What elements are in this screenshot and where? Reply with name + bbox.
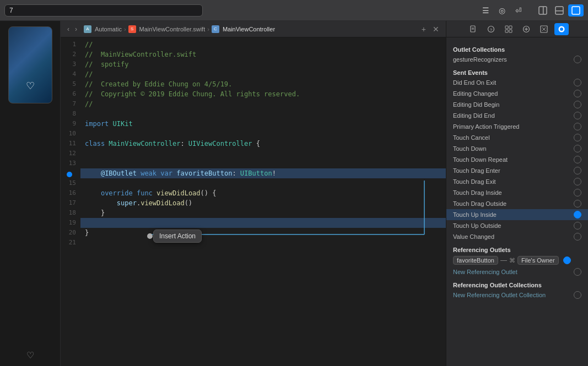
touch-drag-enter-circle[interactable] — [574, 167, 581, 174]
code-line-15 — [80, 178, 446, 188]
touch-up-inside-circle[interactable] — [574, 211, 581, 218]
code-line-8 — [80, 109, 446, 119]
editing-did-begin-label: Editing Did Begin — [453, 101, 574, 108]
tab-close-btn[interactable]: ✕ — [430, 24, 441, 35]
ln-5: 5 — [61, 79, 80, 89]
svg-rect-14 — [505, 30, 508, 32]
tab-back-btn[interactable]: ‹ — [65, 24, 72, 34]
outlet-collections-header: Outlet Collections — [446, 44, 588, 54]
svg-rect-13 — [509, 26, 512, 29]
new-referencing-outlet-row: New Referencing Outlet — [446, 266, 588, 277]
rpanel-help-btn[interactable]: ? — [484, 23, 498, 35]
heart-icon: ♡ — [26, 80, 35, 92]
editing-did-begin-circle[interactable] — [574, 101, 581, 108]
outlet-chip: favoriteButton — [453, 256, 498, 265]
touch-down-repeat-label: Touch Down Repeat — [453, 156, 574, 163]
ln-12: 12 — [61, 149, 80, 159]
search-input[interactable] — [4, 4, 203, 17]
touch-down-circle[interactable] — [574, 145, 581, 152]
right-panel-toolbar: ? — [446, 21, 588, 37]
main-area: ♡ ♡ ‹ › A Automatic › S MainViewControll… — [0, 21, 588, 366]
touch-drag-inside-label: Touch Drag Inside — [453, 189, 574, 196]
touch-down-repeat-circle[interactable] — [574, 156, 581, 163]
return-btn[interactable]: ⏎ — [511, 4, 526, 17]
primary-action-circle[interactable] — [574, 123, 581, 130]
rpanel-connections-btn[interactable] — [537, 23, 551, 35]
ln-11: 11 — [61, 139, 80, 149]
did-end-on-exit-label: Did End On Exit — [453, 79, 574, 86]
touch-up-inside-row: Touch Up Inside — [446, 209, 588, 220]
layout3-btn[interactable] — [568, 4, 584, 17]
ln-13: 13 — [61, 159, 80, 168]
breadcrumb-class[interactable]: MainViewController — [223, 26, 275, 32]
referencing-outlets-header: Referencing Outlets — [446, 244, 588, 254]
layout1-btn[interactable] — [535, 4, 551, 17]
did-end-on-exit-row: Did End On Exit — [446, 77, 588, 88]
layout2-btn[interactable] — [552, 4, 567, 17]
rpanel-file-btn[interactable] — [466, 23, 481, 35]
code-line-21 — [80, 238, 446, 248]
tab-add-btn[interactable]: + — [419, 24, 428, 35]
code-line-2: // MainViewController.swift — [80, 50, 446, 59]
ln-9: 9 — [61, 119, 80, 129]
editing-changed-circle[interactable] — [574, 90, 581, 97]
gesture-recognizers-row: gestureRecognizers — [446, 54, 588, 65]
ln-10: 10 — [61, 129, 80, 139]
new-referencing-outlet-collection-row: New Referencing Outlet Collection — [446, 289, 588, 301]
editing-changed-row: Editing Changed — [446, 88, 588, 99]
rpanel-grid-btn[interactable] — [501, 23, 516, 35]
new-referencing-outlet-collection-label: New Referencing Outlet Collection — [453, 292, 574, 298]
insert-action-dot — [147, 233, 153, 239]
breadcrumb-automatic[interactable]: Automatic — [95, 26, 122, 32]
new-ref-outlet-circle[interactable] — [574, 268, 581, 276]
tab-forward-btn[interactable]: › — [73, 24, 79, 34]
code-editor[interactable]: 1 2 3 4 5 6 7 8 9 10 11 12 13 15 16 17 1… — [61, 37, 446, 366]
outlet-connection-circle[interactable] — [563, 256, 571, 264]
tab-nav: ‹ › — [65, 24, 79, 34]
rpanel-plus-btn[interactable] — [519, 23, 533, 35]
gesture-recognizers-label: gestureRecognizers — [453, 56, 574, 63]
did-end-on-exit-circle[interactable] — [574, 79, 581, 86]
touch-down-label: Touch Down — [453, 145, 574, 152]
svg-rect-15 — [509, 30, 512, 32]
gesture-recognizers-circle[interactable] — [574, 56, 581, 63]
simulator-screen: ♡ — [8, 26, 52, 103]
svg-rect-12 — [505, 26, 508, 29]
touch-cancel-circle[interactable] — [574, 134, 581, 141]
right-panel: ? Outlet Collections gestureRecognizers — [446, 21, 588, 366]
key-icon: ⌘ — [509, 257, 515, 264]
touch-drag-exit-circle[interactable] — [574, 178, 581, 185]
primary-action-row: Primary Action Triggered — [446, 121, 588, 132]
ln-8: 8 — [61, 109, 80, 119]
list-view-btn[interactable]: ☰ — [478, 4, 493, 17]
touch-drag-outside-circle[interactable] — [574, 200, 581, 207]
ln-7: 7 — [61, 99, 80, 109]
value-changed-row: Value Changed — [446, 231, 588, 242]
breadcrumb: A Automatic › S MainViewController.swift… — [84, 25, 275, 33]
ln-4: 4 — [61, 69, 80, 79]
editing-did-end-circle[interactable] — [574, 112, 581, 119]
value-changed-label: Value Changed — [453, 233, 574, 240]
value-changed-circle[interactable] — [574, 233, 581, 241]
touch-down-repeat-row: Touch Down Repeat — [446, 154, 588, 165]
code-line-18: } — [80, 208, 446, 218]
svg-rect-4 — [572, 7, 580, 14]
editing-did-begin-row: Editing Did Begin — [446, 99, 588, 110]
rpanel-active-btn[interactable] — [554, 23, 569, 35]
touch-up-outside-circle[interactable] — [574, 222, 581, 230]
swift-icon: S — [128, 25, 136, 33]
svg-point-23 — [560, 28, 563, 31]
code-line-13 — [80, 159, 446, 168]
ln-18: 18 — [61, 208, 80, 218]
svg-text:?: ? — [489, 28, 492, 32]
touch-cancel-row: Touch Cancel — [446, 132, 588, 143]
touch-up-outside-label: Touch Up Outside — [453, 222, 574, 229]
inspect-btn[interactable]: ◎ — [494, 4, 510, 17]
line-number-gutter: 1 2 3 4 5 6 7 8 9 10 11 12 13 15 16 17 1… — [61, 37, 80, 366]
touch-drag-inside-circle[interactable] — [574, 189, 581, 196]
code-content[interactable]: // // MainViewController.swift // spotif… — [80, 37, 446, 366]
new-ref-collection-circle[interactable] — [574, 291, 581, 299]
code-line-19 — [80, 218, 446, 228]
ln-19: 19 — [61, 218, 80, 228]
breadcrumb-file[interactable]: MainViewController.swift — [139, 26, 206, 32]
